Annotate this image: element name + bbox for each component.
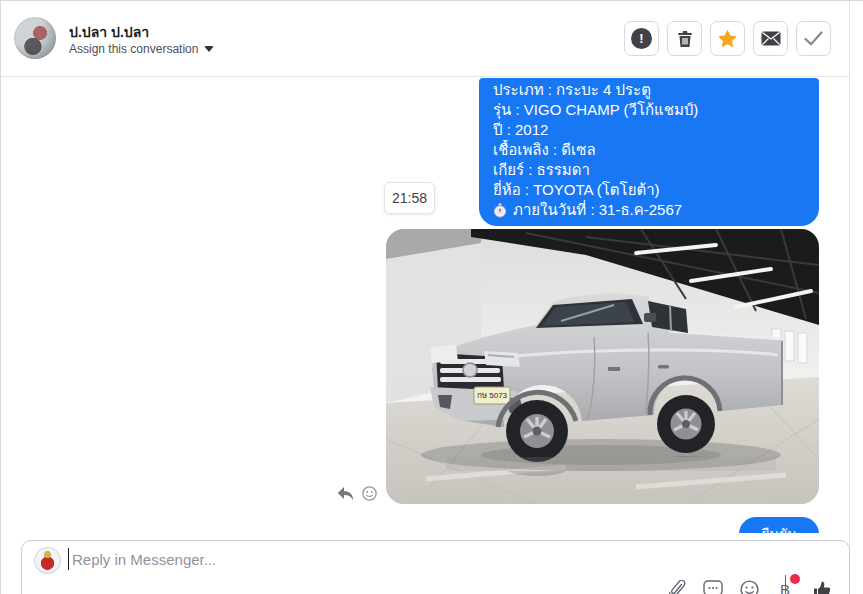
message-line: เกียร์ : ธรรมดา [493,160,805,180]
saved-replies-icon[interactable] [703,578,723,594]
envelope-icon [761,31,781,46]
conversation-window: ป.ปลา ป.ปลา Assign this conversation ! [0,0,863,594]
panel-right-border [849,1,850,594]
message-list: ประเภท : กระบะ 4 ประตู รุ่น : VIGO CHAMP… [1,77,849,533]
chat-header: ป.ปลา ป.ปลา Assign this conversation ! [1,1,849,77]
message-hover-actions [337,486,377,501]
mark-done-button[interactable] [796,21,831,56]
page-avatar [34,547,61,574]
emoji-picker-icon[interactable] [739,578,759,594]
car-photo-illustration: กษ 5073 [386,229,819,504]
reply-input[interactable] [72,547,492,571]
notification-dot [790,574,800,584]
quick-reply-button[interactable]: ยืนยัน [739,517,819,533]
delete-button[interactable] [667,21,702,56]
like-icon[interactable] [811,578,831,594]
contact-avatar[interactable] [14,17,56,59]
chevron-down-icon [204,46,214,52]
composer-icons: B [667,578,831,594]
reply-icon[interactable] [337,486,354,501]
deadline-line: ภายในวันที่ : 31-ธ.ค-2567 [493,200,805,220]
stopwatch-icon [493,203,507,218]
license-plate: กษ 5073 [477,391,508,400]
trash-icon [676,29,694,48]
paperclip-icon[interactable] [667,578,687,594]
star-button[interactable] [710,21,745,56]
assign-conversation-label: Assign this conversation [69,42,198,56]
message-line: เชื้อเพลิง : ดีเซล [493,140,805,160]
message-line: ปี : 2012 [493,120,805,140]
text-caret [68,548,69,570]
message-line: ประเภท : กระบะ 4 ประตู [493,80,805,100]
baht-payment-icon[interactable]: B [775,578,795,594]
composer: B [21,540,850,594]
assign-conversation-button[interactable]: Assign this conversation [69,42,214,56]
attachment-photo[interactable]: กษ 5073 [386,229,819,504]
exclamation-circle-icon: ! [631,28,652,49]
emoji-icon[interactable] [362,486,377,501]
timestamp-chip: 21:58 [384,182,435,214]
check-icon [804,31,823,46]
message-bubble: ประเภท : กระบะ 4 ประตู รุ่น : VIGO CHAMP… [479,78,819,226]
message-line: ยี่ห้อ : TOYOTA (โตโยต้า) [493,180,805,200]
header-actions: ! [624,21,831,56]
mark-unread-button[interactable] [753,21,788,56]
deadline-text: ภายในวันที่ : 31-ธ.ค-2567 [513,200,682,220]
contact-name: ป.ปลา ป.ปลา [69,21,149,43]
star-icon [717,29,738,49]
message-line: รุ่น : VIGO CHAMP (วีโก้แชมป์) [493,100,805,120]
report-button[interactable]: ! [624,21,659,56]
